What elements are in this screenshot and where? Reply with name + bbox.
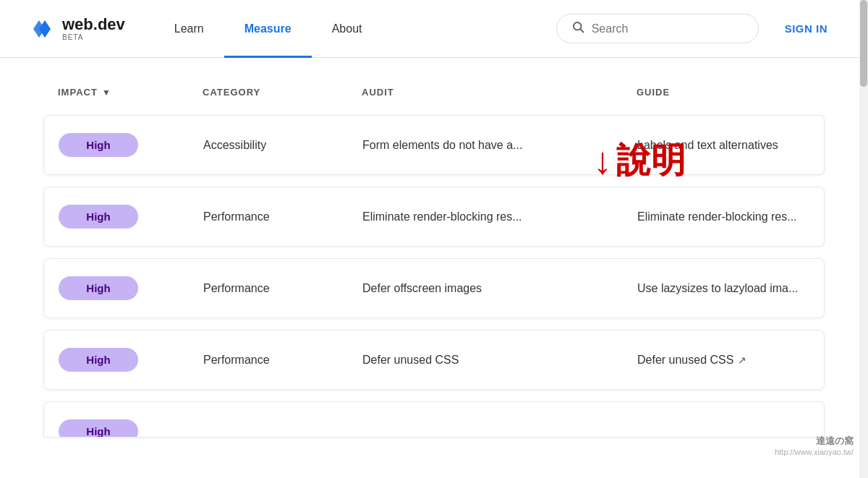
search-input[interactable] — [592, 22, 744, 35]
logo-icon — [29, 16, 55, 42]
category-cell: Performance — [203, 210, 362, 223]
svg-marker-1 — [39, 20, 51, 38]
nav-about[interactable]: About — [312, 0, 383, 58]
sign-in-button[interactable]: SIGN IN — [773, 17, 839, 40]
impact-cell: High — [59, 133, 203, 157]
logo-beta: BETA — [62, 34, 125, 41]
nav-measure[interactable]: Measure — [224, 0, 312, 58]
main-content: ↓ 說明 IMPACT ▼ CATEGORY AUDIT GUIDE High … — [0, 58, 868, 466]
table-row-partial: High — [43, 401, 825, 438]
impact-cell: High — [59, 205, 203, 229]
impact-cell: High — [59, 276, 203, 300]
impact-cell-partial: High — [59, 419, 203, 438]
impact-badge: High — [59, 276, 138, 300]
audit-cell: Defer unused CSS — [362, 354, 637, 367]
impact-badge: High — [59, 205, 138, 229]
search-bar[interactable] — [556, 14, 759, 43]
impact-cell: High — [59, 348, 203, 372]
guide-cell[interactable]: Defer unused CSS ↗ — [637, 354, 809, 367]
scrollbar[interactable] — [859, 0, 868, 478]
category-cell: Performance — [203, 354, 362, 367]
col-header-category: CATEGORY — [203, 87, 362, 98]
category-cell: Performance — [203, 282, 362, 295]
nav-learn[interactable]: Learn — [154, 0, 224, 58]
scrollbar-thumb[interactable] — [860, 0, 867, 87]
svg-line-3 — [580, 29, 583, 32]
col-header-impact[interactable]: IMPACT ▼ — [58, 87, 203, 98]
audit-cell: Defer offscreen images — [362, 282, 637, 295]
audit-cell: Eliminate render-blocking res... — [362, 210, 637, 223]
table-row: High Performance Eliminate render-blocki… — [43, 187, 825, 247]
category-cell: Accessibility — [203, 139, 362, 152]
impact-badge: High — [59, 348, 138, 372]
table-header: IMPACT ▼ CATEGORY AUDIT GUIDE — [43, 87, 825, 109]
search-icon — [571, 20, 584, 37]
sort-icon: ▼ — [102, 88, 111, 98]
table-row: High Performance Defer unused CSS Defer … — [43, 330, 825, 390]
guide-cell[interactable]: Eliminate render-blocking res... — [637, 210, 809, 223]
impact-badge: High — [59, 133, 138, 157]
external-link-icon: ↗ — [738, 354, 746, 366]
main-nav: Learn Measure About — [154, 0, 556, 58]
table-row: High Accessibility Form elements do not … — [43, 115, 825, 175]
guide-cell[interactable]: Use lazysizes to lazyload ima... — [637, 282, 809, 295]
table-row: High Performance Defer offscreen images … — [43, 258, 825, 318]
impact-badge-partial: High — [59, 419, 138, 438]
guide-cell[interactable]: Labels and text alternatives — [637, 139, 809, 152]
audit-cell: Form elements do not have a... — [362, 139, 637, 152]
logo[interactable]: web.dev BETA — [29, 16, 125, 42]
col-header-guide: GUIDE — [637, 87, 810, 98]
col-header-audit: AUDIT — [362, 87, 637, 98]
header: web.dev BETA Learn Measure About SIGN IN — [0, 0, 868, 58]
logo-text: web.dev — [62, 17, 125, 33]
